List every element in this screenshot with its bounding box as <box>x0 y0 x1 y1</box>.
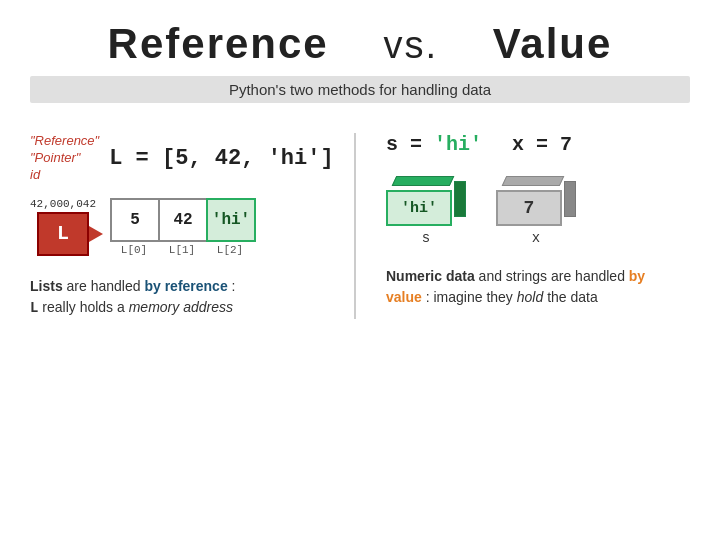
value-boxes-row: 'hi' s 7 <box>386 176 690 246</box>
right-desc-by: by <box>629 268 645 284</box>
s-box-3d: 'hi' <box>386 176 466 226</box>
x-box-front: 7 <box>496 190 562 226</box>
cell-value-0: 5 <box>110 198 160 242</box>
rhs-hi-value: 'hi' <box>434 133 482 156</box>
left-desc-line1: Lists are handled by reference : <box>30 278 235 294</box>
list-box-container: 42,000,042 L 5 L[0] 42 L[1] 'hi' <box>30 198 334 256</box>
title-reference: Reference <box>108 20 329 67</box>
x-box-3d: 7 <box>496 176 576 226</box>
s-box-top <box>392 176 455 186</box>
page-title: Reference vs. Value <box>30 20 690 68</box>
s-col: 'hi' s <box>386 176 466 246</box>
left-equation: L = [5, 42, 'hi'] <box>109 146 333 171</box>
list-item: 42 L[1] <box>158 198 206 256</box>
subtitle-bar: Python's two methods for handling data <box>30 76 690 103</box>
left-panel: "Reference" "Pointer" id L = [5, 42, 'hi… <box>30 133 356 319</box>
left-desc-byref: by reference <box>144 278 227 294</box>
rhs-equations: s = 'hi' x = 7 <box>386 133 690 156</box>
left-desc-memaddr: memory address <box>129 299 233 315</box>
s-box-front: 'hi' <box>386 190 452 226</box>
x-box-side <box>564 181 576 217</box>
ref-label-3: id <box>30 167 40 184</box>
right-desc-the-data: the data <box>547 289 598 305</box>
content-row: "Reference" "Pointer" id L = [5, 42, 'hi… <box>30 133 690 319</box>
right-panel: s = 'hi' x = 7 'hi' <box>356 133 690 308</box>
numeric-data-label: Numeric data <box>386 268 475 284</box>
L-label-box: L <box>37 212 89 256</box>
left-desc-are: are handled <box>67 278 145 294</box>
L-var-label: L <box>57 222 69 245</box>
subtitle-text: Python's two methods for handling data <box>229 81 491 98</box>
left-desc-colon: : <box>232 278 236 294</box>
right-desc-hold: hold <box>517 289 543 305</box>
cell-value-2: 'hi' <box>206 198 256 242</box>
cell-value-1: 42 <box>158 198 208 242</box>
s-box-side <box>454 181 466 217</box>
ref-label-2: "Pointer" <box>30 150 80 167</box>
title-vs: vs. <box>383 24 438 66</box>
L-box: 42,000,042 L <box>30 198 96 256</box>
lhs-row: "Reference" "Pointer" id L = [5, 42, 'hi… <box>30 133 334 184</box>
left-desc-lists: Lists <box>30 278 63 294</box>
x-col: 7 x <box>496 176 576 246</box>
x-box-top <box>502 176 565 186</box>
L-address: 42,000,042 <box>30 198 96 210</box>
s-label: s <box>422 230 430 246</box>
list-item: 5 L[0] <box>110 198 158 256</box>
left-desc-line2: L really holds a memory address <box>30 299 233 315</box>
x-label: x <box>532 230 540 246</box>
rhs-eq-s: s = 'hi' <box>386 133 482 156</box>
right-desc-value: value <box>386 289 422 305</box>
list-item: 'hi' L[2] <box>206 198 254 256</box>
right-desc-line1: Numeric data and strings are handled by <box>386 268 645 284</box>
right-desc-imagine: : imagine they <box>426 289 517 305</box>
right-description: Numeric data and strings are handled by … <box>386 266 690 308</box>
title-value: Value <box>493 20 613 67</box>
ref-label-1: "Reference" <box>30 133 99 150</box>
left-description: Lists are handled by reference : L reall… <box>30 276 334 319</box>
page: Reference vs. Value Python's two methods… <box>0 0 720 540</box>
rhs-eq-x: x = 7 <box>512 133 572 156</box>
right-desc-and: and strings are handled <box>479 268 629 284</box>
cell-index-1: L[1] <box>169 244 195 256</box>
cell-index-0: L[0] <box>121 244 147 256</box>
L-mono: L <box>30 300 38 316</box>
cell-index-2: L[2] <box>217 244 243 256</box>
lhs-labels: "Reference" "Pointer" id <box>30 133 99 184</box>
list-cells: 5 L[0] 42 L[1] 'hi' L[2] <box>110 198 254 256</box>
left-desc-holds: really holds a <box>42 299 128 315</box>
right-desc-line2: value : imagine they hold the data <box>386 289 598 305</box>
